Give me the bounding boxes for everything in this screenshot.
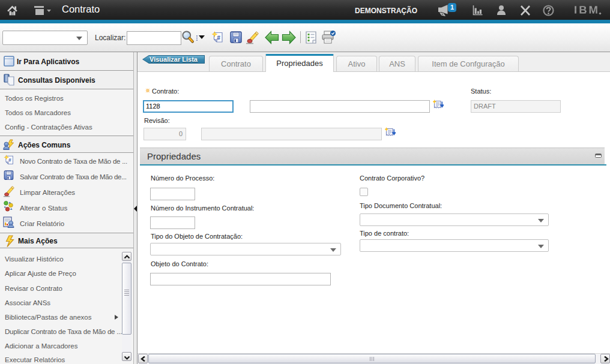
svg-text:#: # [8, 157, 11, 163]
svg-text:#: # [217, 35, 220, 41]
svg-text:IBM: IBM [574, 4, 598, 16]
